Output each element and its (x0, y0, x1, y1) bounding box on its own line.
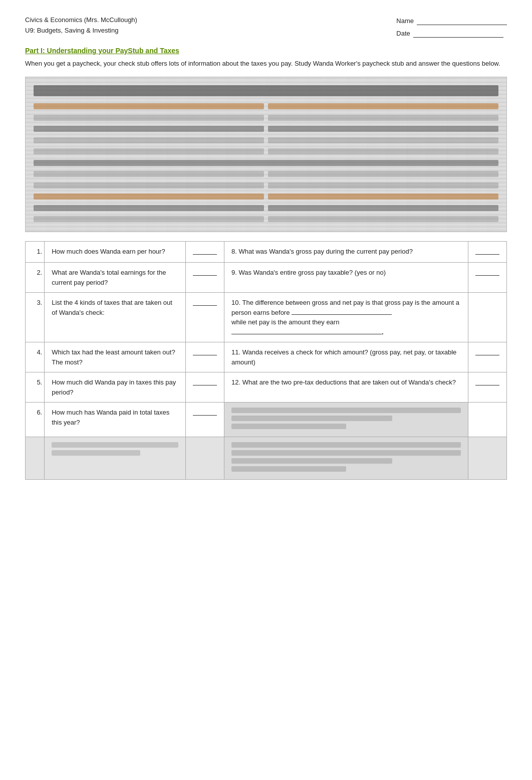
q2-num: 2. (26, 263, 45, 293)
q7-ans-blur (186, 437, 224, 480)
q3-num: 3. (26, 293, 45, 342)
q5-num: 5. (26, 372, 45, 403)
table-row-6-blurred: 6. How much has Wanda paid in total taxe… (26, 403, 507, 437)
q12-text: What are the two pre-tax deductions that… (242, 378, 456, 386)
blur-row-12 (268, 171, 498, 177)
section-title: Part I: Understanding your PayStub and T… (25, 47, 507, 55)
q7-text-blur (45, 437, 186, 480)
q10-text-after: while net pay is the amount they earn (231, 318, 339, 326)
q3-text: List the 4 kinds of taxes that are taken… (45, 293, 186, 342)
blur-row-14 (268, 182, 498, 188)
blur-line-1 (231, 408, 461, 413)
blur-line-8 (231, 458, 392, 464)
blur-line-7 (231, 450, 461, 456)
blur-line-5 (52, 450, 140, 456)
blur-row-7 (34, 137, 264, 143)
table-row-4-11: 4. Which tax had the least amount taken … (26, 342, 507, 372)
q10-answer (468, 293, 507, 342)
name-date-fields: Name Date (396, 15, 507, 40)
q10-blank1[interactable] (292, 308, 392, 315)
blur-header-row (34, 85, 498, 96)
table-row-5-12: 5. How much did Wanda pay in taxes this … (26, 372, 507, 403)
page-header: Civics & Economics (Mrs. McCullough) U9:… (25, 15, 507, 40)
q8-num: 8. (231, 248, 238, 255)
q4-num: 4. (26, 342, 45, 372)
q12-num: 12. (231, 378, 240, 386)
blur-row-18 (268, 205, 498, 211)
q2-answer[interactable] (186, 263, 224, 293)
name-label: Name (396, 15, 414, 28)
q12-cell: 12. What are the two pre-tax deductions … (224, 372, 468, 403)
table-row-3-10: 3. List the 4 kinds of taxes that are ta… (26, 293, 507, 342)
course-line2: U9: Budgets, Saving & Investing (25, 26, 137, 36)
blurred-right-q-1 (224, 403, 468, 437)
q6-num: 6. (26, 403, 45, 437)
q12-answer[interactable] (468, 372, 507, 403)
course-line1: Civics & Economics (Mrs. McCullough) (25, 15, 137, 26)
q4-answer[interactable] (186, 342, 224, 372)
blur-row-10 (268, 148, 498, 154)
date-field-row: Date (396, 28, 507, 40)
paystub-blur-overlay (26, 77, 506, 232)
blur-row-20 (268, 216, 498, 222)
blur-line-2 (231, 416, 392, 421)
blur-line-9 (231, 466, 346, 472)
q9-text: Was Wanda's entire gross pay taxable? (y… (239, 269, 386, 276)
blur-row-11 (34, 171, 264, 177)
q11-cell: 11. Wanda receives a check for which amo… (224, 342, 468, 372)
q10-num: 10. (231, 299, 240, 306)
q2-text: What are Wanda's total earnings for the … (45, 263, 186, 293)
q5-text: How much did Wanda pay in taxes this pay… (45, 372, 186, 403)
q4-text: Which tax had the least amount taken out… (45, 342, 186, 372)
blur-row-6 (268, 126, 498, 132)
course-info: Civics & Economics (Mrs. McCullough) U9:… (25, 15, 137, 40)
q7-num-blur (26, 437, 45, 480)
blurred-right-q-2 (224, 437, 468, 480)
q1-answer[interactable] (186, 241, 224, 263)
blur-line-3 (231, 424, 346, 429)
intro-text: When you get a paycheck, your check stub… (25, 59, 507, 69)
q6-text: How much has Wanda paid in total taxes t… (45, 403, 186, 437)
blurred-right-ans-2 (468, 437, 507, 480)
blur-row-17 (34, 205, 264, 211)
q9-cell: 9. Was Wanda's entire gross pay taxable?… (224, 263, 468, 293)
blur-row-wide (34, 160, 498, 166)
blur-row-2 (268, 103, 498, 109)
paystub-image (25, 77, 507, 232)
blur-row-15 (34, 193, 264, 200)
q8-text: 8. What was Wanda's gross pay during the… (224, 241, 468, 263)
name-input[interactable] (417, 17, 507, 25)
blur-row-16 (268, 193, 498, 200)
q10-blank2[interactable] (231, 327, 382, 334)
table-row-7-13-blurred (26, 437, 507, 480)
blur-line-4 (52, 442, 178, 448)
blur-row-13 (34, 182, 264, 188)
blur-row-4 (268, 115, 498, 121)
blur-row-8 (268, 137, 498, 143)
blurred-right-ans-1 (468, 403, 507, 437)
q10-cell: 10. The difference between gross and net… (224, 293, 468, 342)
q5-answer[interactable] (186, 372, 224, 403)
blur-line-6 (231, 442, 461, 448)
q9-answer[interactable] (468, 263, 507, 293)
date-label: Date (396, 28, 410, 40)
table-row-2-9: 2. What are Wanda's total earnings for t… (26, 263, 507, 293)
blur-row-5 (34, 126, 264, 132)
blur-row-1 (34, 103, 264, 109)
q1-text: How much does Wanda earn per hour? (45, 241, 186, 263)
date-input[interactable] (413, 30, 503, 38)
q6-answer[interactable] (186, 403, 224, 437)
table-row-1-8: 1. How much does Wanda earn per hour? 8.… (26, 241, 507, 263)
q11-num: 11. (231, 348, 240, 356)
blur-row-19 (34, 216, 264, 222)
q8-answer[interactable] (468, 241, 507, 263)
q11-text: Wanda receives a check for which amount?… (231, 348, 456, 366)
q9-num: 9. (231, 269, 237, 276)
questions-table: 1. How much does Wanda earn per hour? 8.… (25, 241, 507, 480)
name-field-row: Name (396, 15, 507, 28)
blur-row-9 (34, 148, 264, 154)
q11-answer[interactable] (468, 342, 507, 372)
q3-answer[interactable] (186, 293, 224, 342)
q1-num: 1. (26, 241, 45, 263)
blur-row-3 (34, 115, 264, 121)
